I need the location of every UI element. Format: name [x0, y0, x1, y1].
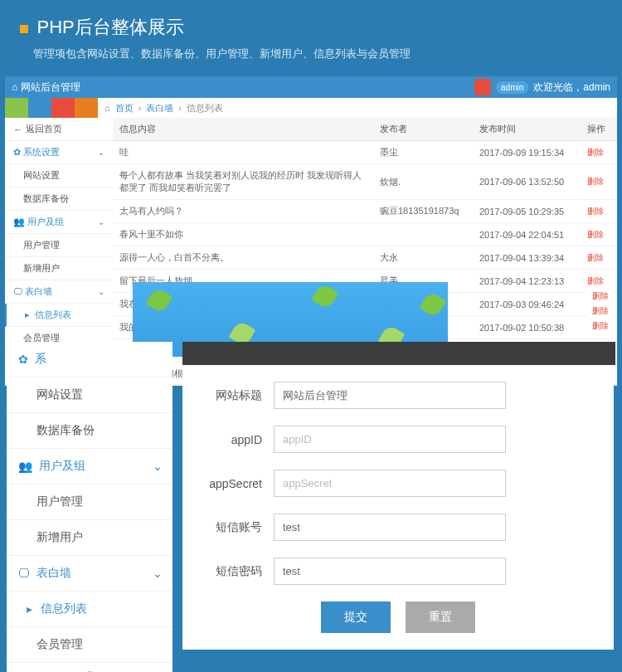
- delete-link[interactable]: 删除: [587, 177, 604, 186]
- cell-author: 墨尘: [373, 141, 473, 164]
- delete-link[interactable]: 删除: [587, 148, 604, 157]
- th-author: 发布者: [373, 118, 473, 141]
- th-action: 操作: [581, 118, 617, 141]
- cell-time: 2017-09-04 22:04:51: [473, 223, 581, 246]
- sidebar-wall[interactable]: 🖵表白墙⌄: [7, 556, 173, 592]
- sidebar-site-settings[interactable]: 网站设置: [7, 377, 173, 413]
- topbar-title: 网站后台管理: [21, 80, 80, 95]
- table-row: 源得一人心，白首不分离。大永2017-09-04 13:39:34删除: [113, 246, 617, 270]
- breadcrumb-home[interactable]: 首页: [115, 102, 134, 114]
- topbar: ⌂ 网站后台管理 admin 欢迎光临，admin: [5, 76, 617, 98]
- notification-icon[interactable]: [474, 79, 491, 95]
- color-red[interactable]: [51, 98, 75, 118]
- gear-icon: ✿: [18, 353, 28, 366]
- sidebar-add-user[interactable]: 新增用户: [7, 520, 173, 556]
- reset-button[interactable]: 重置: [406, 601, 475, 633]
- cell-content: 春风十里不如你: [113, 223, 373, 246]
- sidebar-system[interactable]: ✿系: [7, 342, 173, 377]
- cell-content: 每个人都有故事 当我笑着对别人说我的经历时 我发现听得人都哭了 而我却笑着听完罢…: [113, 164, 373, 200]
- sidebar-info-list[interactable]: ▸信息列表: [7, 592, 173, 627]
- color-orange[interactable]: [75, 98, 98, 118]
- delete-link[interactable]: 删除: [587, 207, 604, 216]
- users-icon: 👥: [18, 460, 32, 473]
- sidebar-system[interactable]: ✿ 系统设置⌄: [5, 141, 113, 164]
- cell-content: 太马有人约吗？: [113, 200, 373, 223]
- cell-time: 2017-09-09 19:15:34: [473, 141, 581, 164]
- sidebar-info-list[interactable]: ▸信息列表: [5, 304, 113, 327]
- page-header: PHP后台整体展示: [0, 0, 622, 43]
- chevron-down-icon: ⌄: [98, 217, 104, 226]
- cell-author: 炊烟.: [373, 164, 473, 200]
- welcome-text: 欢迎光临，admin: [533, 80, 610, 95]
- home-icon[interactable]: ⌂: [12, 81, 17, 93]
- label-appid: appID: [182, 433, 274, 446]
- label-sms-password: 短信密码: [182, 564, 274, 579]
- chevron-down-icon: ⌄: [98, 287, 104, 296]
- chevron-down-icon: ⌄: [153, 460, 163, 473]
- delete-link[interactable]: 删除: [587, 230, 604, 239]
- delete-link[interactable]: 删除: [587, 276, 604, 285]
- page-title: PHP后台整体展示: [36, 17, 183, 37]
- th-content: 信息内容: [113, 118, 373, 141]
- sidebar-db-backup[interactable]: 数据库备份: [5, 187, 113, 211]
- table-row: 太马有人约吗？豌豆18135191873q2017-09-05 10:29:35…: [113, 200, 617, 223]
- input-sms-account[interactable]: [274, 514, 506, 541]
- cell-time: 2017-09-05 10:29:35: [473, 200, 581, 223]
- sidebar-user-mgmt[interactable]: 用户管理: [5, 234, 113, 257]
- form-title-bar: [182, 342, 615, 365]
- submit-button[interactable]: 提交: [321, 601, 391, 633]
- color-blue[interactable]: [28, 98, 51, 118]
- input-sms-password[interactable]: [274, 558, 506, 585]
- cell-content: 哇: [113, 141, 373, 164]
- color-green[interactable]: [5, 98, 28, 118]
- sidebar-wall[interactable]: 🖵 表白墙⌄: [5, 280, 113, 304]
- cell-time: 2017-09-02 10:50:38: [473, 316, 581, 339]
- monitor-icon: 🖵: [13, 286, 22, 296]
- sidebar-site-settings[interactable]: 网站设置: [5, 164, 113, 187]
- sidebar-db-backup[interactable]: 数据库备份: [7, 413, 173, 449]
- cell-time: 2017-09-06 13:52:50: [473, 164, 581, 200]
- breadcrumb: ⌂ 首页 › 表白墙 › 信息列表: [98, 98, 230, 118]
- cell-author: 豌豆18135191873q: [373, 200, 473, 223]
- admin-badge[interactable]: admin: [496, 81, 528, 94]
- bullet-icon: [20, 25, 28, 33]
- label-sms-account: 短信账号: [182, 520, 274, 535]
- cell-time: 2017-09-04 13:39:34: [473, 246, 581, 270]
- label-site-title: 网站标题: [182, 388, 274, 403]
- sidebar-add-user[interactable]: 新增用户: [5, 257, 113, 280]
- sidebar-back[interactable]: ←返回首页: [5, 118, 113, 141]
- th-time: 发布时间: [473, 118, 581, 141]
- users-icon: 👥: [13, 217, 25, 226]
- input-appid[interactable]: [274, 426, 506, 453]
- cell-content: 源得一人心，白首不分离。: [113, 246, 373, 270]
- cell-time: 2017-09-04 12:23:13: [473, 270, 581, 293]
- breadcrumb-current: 信息列表: [187, 102, 223, 114]
- back-icon: ←: [13, 124, 22, 134]
- breadcrumb-section[interactable]: 表白墙: [146, 102, 173, 114]
- settings-form: 网站标题 appID appSecret 短信账号 短信密码 提交 重置: [182, 365, 614, 650]
- table-row: 哇墨尘2017-09-09 19:15:34删除: [113, 141, 617, 164]
- delete-link[interactable]: 删除: [587, 317, 614, 335]
- monitor-icon: 🖵: [18, 567, 30, 580]
- cell-author: 大永: [373, 246, 473, 270]
- delete-link[interactable]: 删除: [587, 253, 604, 262]
- cell-time: 2017-09-03 09:46:24: [473, 293, 581, 316]
- color-switcher: [5, 98, 98, 118]
- sidebar-members[interactable]: 会员管理: [7, 627, 173, 663]
- table-row: 每个人都有故事 当我笑着对别人说我的经历时 我发现听得人都哭了 而我却笑着听完罢…: [113, 164, 617, 200]
- input-appsecret[interactable]: [274, 470, 506, 497]
- page-subtitle: 管理项包含网站设置、数据库备份、用户管理、新增用户、信息列表与会员管理: [0, 43, 622, 71]
- sidebar-users[interactable]: 👥用户及组⌄: [7, 449, 173, 485]
- gear-icon: ✿: [13, 147, 21, 157]
- sidebar-users[interactable]: 👥 用户及组⌄: [5, 211, 113, 234]
- table-row: 春风十里不如你2017-09-04 22:04:51删除: [113, 223, 617, 246]
- chevron-down-icon: ⌄: [98, 148, 104, 157]
- sidebar-large: ✿系 网站设置 数据库备份 👥用户及组⌄ 用户管理 新增用户 🖵表白墙⌄ ▸信息…: [7, 342, 173, 672]
- cell-author: [373, 223, 473, 246]
- sidebar-user-mgmt[interactable]: 用户管理: [7, 485, 173, 520]
- collapse-button[interactable]: ⊙: [7, 663, 173, 672]
- breadcrumb-home-icon[interactable]: ⌂: [104, 103, 110, 113]
- input-site-title[interactable]: [274, 382, 506, 409]
- chevron-down-icon: ⌄: [153, 567, 163, 580]
- label-appsecret: appSecret: [182, 477, 274, 490]
